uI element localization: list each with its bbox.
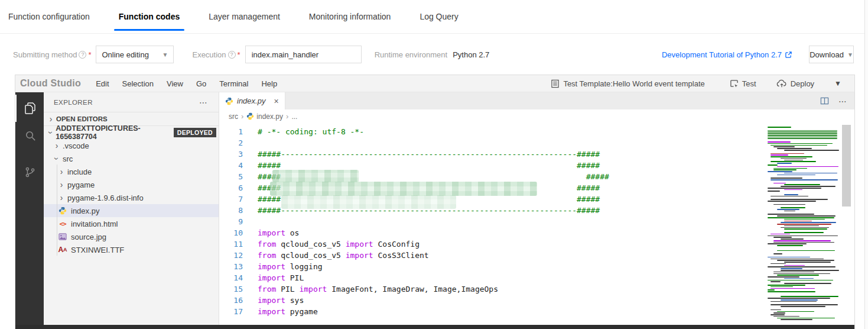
explorer-more-icon[interactable]: ⋯ bbox=[199, 98, 208, 107]
editor-more-icon[interactable]: ⋯ bbox=[838, 96, 847, 106]
html-icon: <> bbox=[58, 220, 67, 228]
tree-item-invitation-html[interactable]: <>invitation.html bbox=[44, 217, 219, 230]
menu-go[interactable]: Go bbox=[190, 79, 213, 88]
tab-label: index.py bbox=[237, 96, 265, 105]
line-number: 13 bbox=[219, 261, 243, 272]
explorer-activity-icon[interactable] bbox=[15, 95, 44, 122]
help-icon[interactable]: ? bbox=[228, 51, 236, 59]
file-tree: ›.vscode›src›include›pygame›pygame-1.9.6… bbox=[44, 139, 219, 256]
activity-bar bbox=[15, 92, 44, 325]
runtime-label: Runtime environment bbox=[375, 50, 448, 59]
menu-items: EditSelectionViewGoTerminalHelp bbox=[89, 79, 284, 88]
breadcrumb-index-py[interactable]: index.py bbox=[246, 112, 283, 121]
submitting-method-select[interactable]: Online editing ▼ bbox=[96, 46, 174, 63]
code-line: 15from PIL import ImageFont, ImageDraw, … bbox=[219, 283, 854, 295]
page-tab-monitoring-information[interactable]: Monitoring information bbox=[307, 0, 394, 33]
project-root-row[interactable]: › ADDTEXTTOPICTURES-1656387704 DEPLOYED bbox=[44, 125, 219, 139]
open-editors-label: OPEN EDITORS bbox=[56, 115, 108, 122]
tree-item-label: pygame bbox=[67, 180, 95, 189]
breadcrumb-src[interactable]: src bbox=[229, 112, 238, 121]
code-line: 14import PIL bbox=[219, 272, 854, 283]
tree-item-include[interactable]: ›include bbox=[44, 165, 219, 178]
page-tab-bar: Function configurationFunction codesLaye… bbox=[0, 0, 868, 34]
indent-guide bbox=[57, 164, 57, 256]
test-icon bbox=[730, 79, 739, 88]
git-branch-icon bbox=[24, 166, 37, 179]
tree-item--vscode[interactable]: ›.vscode bbox=[44, 139, 219, 152]
code-line: 11from qcloud_cos_v5 import CosConfig bbox=[219, 238, 854, 250]
required-asterisk-icon: * bbox=[88, 50, 91, 59]
line-number: 16 bbox=[219, 295, 243, 306]
chevron-down-icon: › bbox=[52, 155, 61, 162]
code-line: 10import os bbox=[219, 227, 854, 238]
tree-item-pygame-1-9-6-dist-info[interactable]: ›pygame-1.9.6.dist-info bbox=[44, 191, 219, 204]
test-template-label: Test Template:Hello World event template bbox=[563, 79, 704, 88]
close-icon[interactable]: × bbox=[274, 96, 278, 106]
line-number: 12 bbox=[219, 250, 243, 261]
python-icon bbox=[225, 97, 233, 105]
execution-label-text: Execution bbox=[192, 50, 226, 59]
deploy-label: Deploy bbox=[791, 79, 814, 88]
chevron-right-icon: › bbox=[58, 180, 65, 189]
tree-item-label: invitation.html bbox=[71, 220, 118, 228]
tree-item-label: source.jpg bbox=[71, 233, 106, 241]
source-control-activity-icon[interactable] bbox=[15, 159, 44, 186]
chevron-right-icon: › bbox=[47, 114, 54, 124]
search-activity-icon[interactable] bbox=[15, 122, 44, 149]
code-line: 13import logging bbox=[219, 261, 854, 272]
tree-item-source-jpg[interactable]: source.jpg bbox=[44, 230, 219, 243]
split-editor-icon[interactable] bbox=[820, 96, 829, 105]
help-icon[interactable]: ? bbox=[79, 51, 86, 59]
redacted-region bbox=[272, 170, 359, 182]
download-button-label: Download bbox=[810, 50, 844, 59]
collapse-panel-icon[interactable]: ▼ bbox=[823, 79, 845, 88]
chevron-down-icon: ▼ bbox=[162, 51, 168, 58]
page-tab-layer-management[interactable]: Layer management bbox=[206, 0, 282, 33]
search-icon bbox=[24, 129, 37, 143]
tree-item-src[interactable]: ›src bbox=[44, 152, 219, 165]
page-tab-function-codes[interactable]: Function codes bbox=[116, 0, 182, 33]
files-icon bbox=[23, 101, 37, 115]
deploy-button[interactable]: Deploy bbox=[768, 79, 823, 88]
breadcrumb-symbol[interactable]: ... bbox=[291, 112, 297, 121]
template-doc-icon bbox=[551, 79, 560, 88]
tutorial-link-text: Development Tutorial of Python 2.7 bbox=[662, 50, 782, 59]
line-number: 1 bbox=[219, 126, 243, 137]
minimap[interactable] bbox=[768, 127, 841, 325]
tree-item-index-py[interactable]: index.py bbox=[44, 204, 219, 217]
execution-input[interactable] bbox=[245, 46, 362, 63]
menu-edit[interactable]: Edit bbox=[89, 79, 115, 88]
page-tab-function-configuration[interactable]: Function configuration bbox=[6, 0, 92, 33]
tutorial-link[interactable]: Development Tutorial of Python 2.7 bbox=[662, 50, 792, 59]
open-editors-section[interactable]: › OPEN EDITORS bbox=[44, 112, 219, 125]
line-number: 10 bbox=[219, 227, 243, 238]
tree-item-stxinwei-ttf[interactable]: AASTXINWEI.TTF bbox=[44, 243, 219, 256]
chevron-right-icon: › bbox=[286, 112, 288, 121]
code-line: 17import pygame bbox=[219, 306, 854, 317]
execution-label: Execution ? * bbox=[192, 50, 240, 59]
chevron-right-icon: › bbox=[53, 141, 60, 150]
tree-item-label: STXINWEI.TTF bbox=[71, 246, 124, 254]
minimap-content bbox=[768, 127, 841, 320]
test-template-button[interactable]: Test Template:Hello World event template bbox=[542, 79, 713, 88]
line-number: 8 bbox=[219, 205, 243, 216]
code-editor[interactable]: 1# -*- coding: utf-8 -*-23#####---------… bbox=[219, 123, 854, 325]
page-tab-log-query[interactable]: Log Query bbox=[417, 0, 460, 33]
tree-item-pygame[interactable]: ›pygame bbox=[44, 178, 219, 191]
menu-selection[interactable]: Selection bbox=[116, 79, 160, 88]
test-button[interactable]: Test bbox=[721, 79, 765, 88]
breadcrumb: src › index.py › ... bbox=[219, 109, 854, 123]
redacted-region bbox=[281, 195, 456, 209]
menu-view[interactable]: View bbox=[160, 79, 190, 88]
menu-help[interactable]: Help bbox=[255, 79, 284, 88]
tree-item-label: include bbox=[67, 167, 92, 176]
external-link-icon bbox=[785, 51, 792, 59]
code-line: 12from qcloud_cos_v5 import CosS3Client bbox=[219, 250, 854, 261]
menu-terminal[interactable]: Terminal bbox=[213, 79, 255, 88]
page-scrollbar[interactable] bbox=[864, 0, 868, 329]
editor-scrollbar[interactable] bbox=[842, 125, 851, 207]
deployed-badge: DEPLOYED bbox=[174, 128, 216, 137]
download-button[interactable]: Download ▼ bbox=[809, 46, 854, 63]
code-line: 16import sys bbox=[219, 295, 854, 306]
tab-index-py[interactable]: index.py × bbox=[219, 92, 285, 109]
